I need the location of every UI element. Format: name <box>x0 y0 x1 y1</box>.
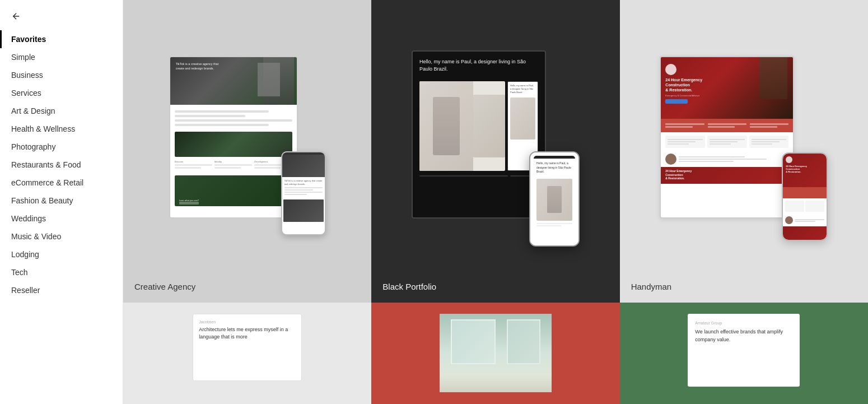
desktop-frame-hm: 24 Hour EmergencyConstruction& Restorati… <box>660 56 794 219</box>
template-card-handyman[interactable]: 24 Hour EmergencyConstruction& Restorati… <box>620 0 868 303</box>
sidebar-item-health-wellness[interactable]: Health & Wellness <box>0 120 123 138</box>
template-card-architect[interactable]: Jacobsen Architecture lets me express my… <box>123 303 371 404</box>
template-card-black-portfolio[interactable]: Hello, my name is Paul, a designer livin… <box>371 0 619 303</box>
sidebar-item-music-video[interactable]: Music & Video <box>0 227 123 245</box>
back-button[interactable] <box>0 11 123 30</box>
desktop-frame-bp: Hello, my name is Paul, a designer livin… <box>412 50 546 219</box>
template-card-brand-agency[interactable]: Amateur Group We launch effective brands… <box>620 303 868 404</box>
templates-grid: TikTok is a creative agency that create … <box>123 0 868 404</box>
handyman-mockup: 24 Hour EmergencyConstruction& Restorati… <box>660 56 828 247</box>
sidebar-item-services[interactable]: Services <box>0 84 123 102</box>
sidebar-item-fashion-beauty[interactable]: Fashion & Beauty <box>0 192 123 210</box>
sidebar-item-art-design[interactable]: Art & Design <box>0 102 123 120</box>
black-portfolio-mockup: Hello, my name is Paul, a designer livin… <box>412 50 580 252</box>
interior-preview <box>440 314 552 392</box>
sidebar-item-favorites[interactable]: Favorites <box>0 30 123 48</box>
phone-frame-creative: TikTok is a creative agency that create … <box>281 151 326 235</box>
template-card-creative-agency[interactable]: TikTok is a creative agency that create … <box>123 0 371 303</box>
sidebar-item-lodging[interactable]: Lodging <box>0 245 123 263</box>
desktop-frame-creative: TikTok is a creative agency that create … <box>169 56 298 219</box>
arch-preview-desktop: Jacobsen Architecture lets me express my… <box>193 314 302 381</box>
template-label-handyman: Handyman <box>631 282 672 291</box>
sidebar-item-restaurants-food[interactable]: Restaurants & Food <box>0 156 123 174</box>
sidebar-item-ecommerce-retail[interactable]: eCommerce & Retail <box>0 174 123 192</box>
phone-frame-bp: Hello, my name is Paul, a designer livin… <box>529 151 580 247</box>
sidebar-item-photography[interactable]: Photography <box>0 138 123 156</box>
creative-agency-mockup: TikTok is a creative agency that create … <box>169 56 326 247</box>
sidebar: Favorites Simple Business Services Art &… <box>0 0 123 404</box>
sidebar-item-weddings[interactable]: Weddings <box>0 210 123 227</box>
sidebar-item-business[interactable]: Business <box>0 66 123 84</box>
sidebar-item-simple[interactable]: Simple <box>0 48 123 66</box>
sidebar-item-reseller[interactable]: Reseller <box>0 281 123 299</box>
sidebar-item-tech[interactable]: Tech <box>0 263 123 281</box>
sidebar-nav: Favorites Simple Business Services Art &… <box>0 30 123 299</box>
template-label-black-portfolio: Black Portfolio <box>382 282 436 291</box>
brand-preview: Amateur Group We launch effective brands… <box>688 314 800 387</box>
template-card-interior[interactable] <box>371 303 619 404</box>
main-content: TikTok is a creative agency that create … <box>123 0 868 404</box>
phone-frame-hm: 24 Hour EmergencyConstruction& Restorati… <box>782 152 828 241</box>
template-label-creative-agency: Creative Agency <box>134 282 195 291</box>
